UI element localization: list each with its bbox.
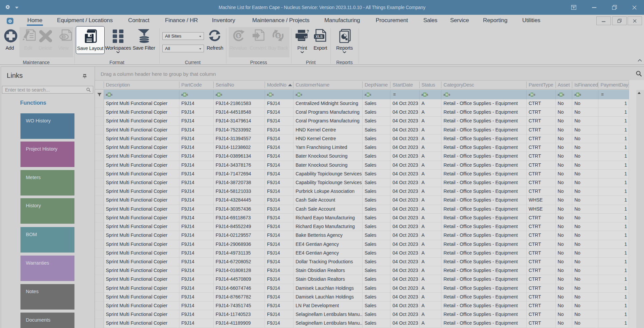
svg-text:$: $ xyxy=(277,33,279,38)
svg-text:$: $ xyxy=(237,33,240,38)
svg-text:XLS: XLS xyxy=(316,35,323,39)
svg-text:?: ? xyxy=(307,30,309,34)
